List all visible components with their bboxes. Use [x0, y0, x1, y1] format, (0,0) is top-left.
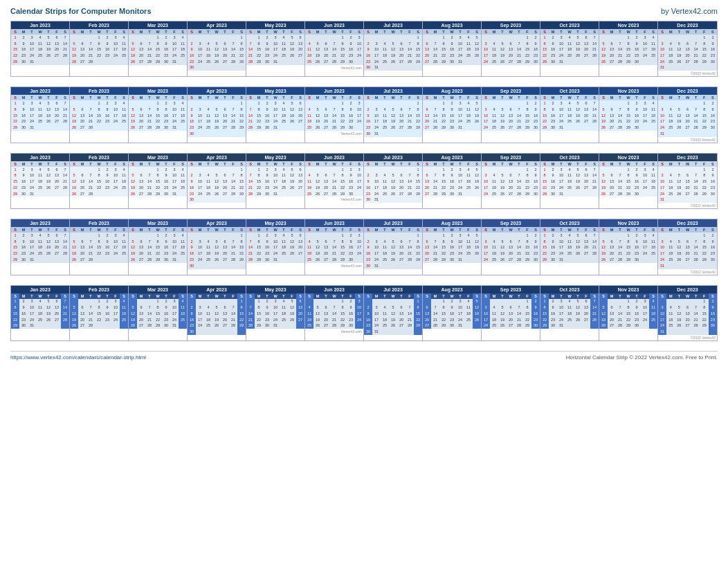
- calendar-day: 24: [111, 251, 120, 257]
- calendar-day: 21: [61, 113, 69, 119]
- calendar-day: 26: [498, 191, 507, 197]
- month-header: Nov 2023: [599, 21, 657, 29]
- month-Apr-2023: Apr 2023SMTWTFS1234567891011121314151617…: [188, 87, 246, 142]
- calendar-day: 23: [531, 185, 540, 191]
- footer-copyright: Horizontal Calendar Strip © 2022 Vertex4…: [566, 354, 718, 361]
- calendar-day: 18: [464, 113, 473, 119]
- calendar-day: [389, 263, 397, 269]
- calendar-day: [44, 125, 53, 131]
- day-header: T: [692, 227, 700, 233]
- calendar-day: 2: [263, 167, 271, 173]
- month-header: Oct 2023: [540, 219, 599, 227]
- calendar-day: 7: [61, 299, 69, 305]
- calendar-day: [381, 35, 389, 41]
- day-header: S: [296, 29, 304, 35]
- calendar-day: 6: [221, 304, 229, 311]
- calendar-day: 12: [473, 41, 481, 47]
- day-header: T: [616, 227, 624, 233]
- calendar-day: 23: [162, 119, 170, 125]
- day-header: M: [372, 29, 381, 35]
- calendar-day: 19: [313, 53, 322, 59]
- month-Feb-2023: Feb 2023SMTWTFS1234567891011121314151617…: [70, 219, 129, 274]
- day-header: S: [649, 29, 657, 35]
- day-header: M: [255, 95, 263, 100]
- calendar-day: [179, 59, 187, 65]
- month-May-2023: May 2023SMTWTFS1234567891011121314151617…: [246, 87, 305, 142]
- calendar-day: 5: [313, 239, 322, 245]
- calendar-day: [389, 299, 397, 305]
- calendar-day: [111, 125, 120, 131]
- calendar-day: [464, 59, 473, 65]
- calendar-day: 7: [87, 173, 95, 179]
- calendar-day: 16: [263, 179, 271, 185]
- calendar-day: 12: [70, 245, 78, 251]
- calendar-day: [482, 167, 490, 173]
- calendar-day: 6: [322, 173, 330, 179]
- calendar-day: 22: [439, 119, 448, 125]
- calendar-day: 1: [523, 100, 531, 107]
- calendar-day: 20: [683, 53, 691, 59]
- calendar-day: 10: [111, 239, 120, 245]
- calendar-day: 16: [263, 46, 271, 53]
- day-header: S: [355, 161, 363, 167]
- calendar-day: 7: [590, 100, 599, 107]
- calendar-day: [196, 197, 204, 203]
- calendar-day: 7: [616, 304, 624, 311]
- day-header: S: [305, 161, 313, 167]
- calendar-day: 6: [507, 107, 515, 113]
- calendar-day: 4: [204, 107, 212, 113]
- calendar-strip: Jan 2023SMTWTFS1234567891011121314151617…: [10, 21, 718, 77]
- calendar-day: [490, 233, 498, 239]
- calendar-day: 22: [11, 251, 19, 257]
- calendar-day: 13: [423, 113, 431, 119]
- calendar-day: 17: [456, 311, 464, 317]
- day-header: T: [338, 95, 347, 100]
- calendar-day: 25: [280, 53, 288, 59]
- calendar-day: 28: [246, 323, 255, 329]
- calendar-day: [389, 233, 397, 239]
- calendar-day: 9: [263, 107, 271, 113]
- calendar-day: 4: [179, 35, 187, 41]
- month-header: Jan 2023: [11, 87, 69, 95]
- day-header: S: [70, 293, 78, 299]
- calendar-day: 8: [95, 173, 103, 179]
- calendar-day: 15: [237, 311, 246, 317]
- calendar-day: 5: [129, 173, 137, 179]
- calendar-day: [229, 299, 237, 305]
- calendar-day: 19: [129, 53, 137, 59]
- calendar-day: 18: [490, 53, 498, 59]
- calendar-day: 14: [61, 239, 69, 245]
- calendar-day: 28: [515, 191, 523, 197]
- day-header: S: [246, 227, 255, 233]
- calendar-day: [296, 257, 304, 263]
- calendar-day: 27: [608, 323, 616, 329]
- calendar-day: 6: [137, 107, 145, 113]
- calendar-day: [87, 167, 95, 173]
- calendar-day: 31: [170, 323, 179, 329]
- calendar-day: 25: [565, 185, 574, 191]
- calendar-day: 21: [87, 119, 95, 125]
- calendar-day: [196, 233, 204, 239]
- calendar-day: 15: [11, 311, 19, 317]
- day-header: S: [423, 293, 431, 299]
- month-header: May 2023: [246, 154, 304, 161]
- calendar-day: 22: [414, 119, 422, 125]
- calendar-day: 9: [549, 173, 557, 179]
- calendar-day: 21: [515, 185, 523, 191]
- calendar-day: 19: [599, 251, 608, 257]
- calendar-day: 15: [237, 46, 246, 53]
- calendar-day: 14: [87, 179, 95, 185]
- calendar-day: 21: [145, 53, 154, 59]
- calendar-day: 18: [305, 53, 313, 59]
- calendar-day: 4: [381, 304, 389, 311]
- calendar-day: 24: [482, 257, 490, 263]
- calendar-day: 22: [523, 53, 531, 59]
- calendar-day: 5: [599, 239, 608, 245]
- day-header: T: [280, 95, 288, 100]
- calendar-day: 2: [347, 100, 355, 107]
- calendar-day: 28: [246, 191, 255, 197]
- calendar-day: 14: [515, 46, 523, 53]
- calendar-day: [397, 167, 406, 173]
- calendar-day: 21: [590, 311, 599, 317]
- calendar-day: 11: [490, 311, 498, 317]
